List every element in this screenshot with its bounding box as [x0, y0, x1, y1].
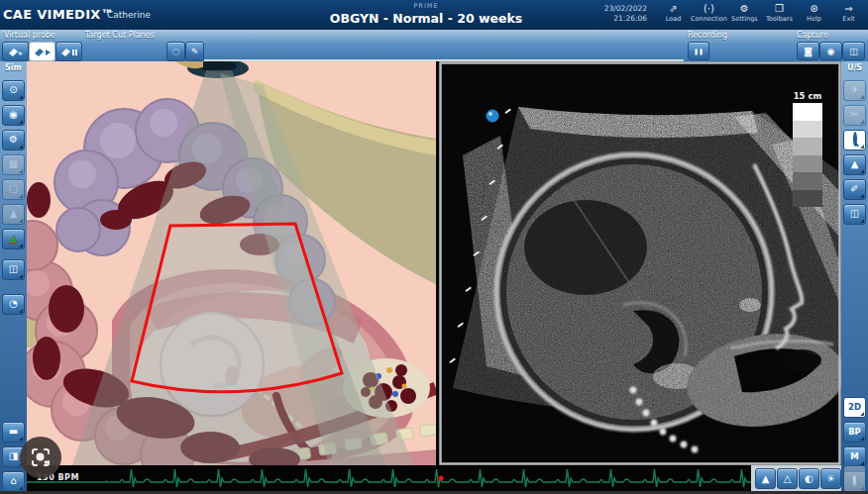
- camera-lens-icon: [29, 445, 53, 469]
- plane-icon: ✈: [850, 84, 858, 95]
- gray-step: [793, 103, 822, 121]
- globe-gear-icon: ⚙: [9, 134, 18, 145]
- gray-step: [793, 172, 822, 190]
- message-button[interactable]: ▬: [2, 422, 25, 443]
- speech-bubble-icon: ▬: [9, 426, 18, 437]
- home-button[interactable]: ⌂: [2, 471, 25, 492]
- probe-pause-icon: [60, 47, 78, 57]
- orientation-button[interactable]: ⚙: [2, 130, 25, 150]
- contrast-button[interactable]: ◐: [799, 468, 819, 489]
- probe-play-icon: [34, 47, 52, 57]
- sim-sidebar: Sim ⊙ ◉ ⚙ ▦ ▢ ▲ ▲ ◫ ◔ ▬ ◨ ⌂: [0, 61, 27, 494]
- snapshot-icon: ◫: [850, 208, 859, 219]
- contrast-icon: ◐: [805, 473, 814, 484]
- zoom-button[interactable]: [843, 130, 866, 150]
- connection-button[interactable]: (·) Connection: [691, 2, 727, 29]
- scan-plane-button[interactable]: ▲: [2, 229, 25, 249]
- gray-step: [793, 155, 822, 173]
- terrain-view-button[interactable]: ▲: [2, 204, 25, 225]
- depth-scale: 15 cm: [791, 91, 824, 207]
- magnifier-icon: [853, 132, 857, 147]
- ecg-waveform: [27, 465, 751, 491]
- camera-icon: ◙: [804, 47, 813, 56]
- viewport-icon: ◫: [9, 263, 18, 274]
- exit-icon: ⇒: [831, 2, 866, 15]
- us-sidebar: U/S ✈ ✂ ▲ ✐ ◫ 2D BP M ❚: [841, 61, 868, 494]
- edition-label: PRIME: [297, 2, 555, 10]
- tgc-button[interactable]: ❚: [843, 465, 866, 493]
- rotate-icon: ◔: [9, 298, 18, 309]
- depth-scale-label: 15 cm: [791, 91, 824, 101]
- probe-lock-button[interactable]: ⊙: [2, 80, 25, 101]
- measure-button[interactable]: ✐: [843, 179, 866, 200]
- gain-down-icon: △: [784, 473, 792, 484]
- probe-mode-a-button[interactable]: [2, 42, 29, 61]
- mode-bp-button[interactable]: BP: [843, 422, 866, 443]
- knife-icon: ✎: [191, 47, 199, 56]
- cut-tool-button[interactable]: ✂: [843, 105, 866, 126]
- user-name: Catherine: [107, 10, 151, 20]
- date-label: 23/02/2022: [580, 4, 647, 14]
- load-icon: ⇗: [656, 2, 691, 15]
- terrain-icon: ▲: [10, 208, 18, 219]
- gray-step: [793, 121, 822, 139]
- us-sidebar-header: U/S: [841, 61, 868, 76]
- knife-tool-button[interactable]: ✎: [185, 42, 204, 61]
- gain-down-button[interactable]: △: [777, 468, 798, 489]
- anatomy-3d-render: [27, 61, 436, 465]
- capture-label: Capture: [797, 31, 828, 40]
- home-icon: ⌂: [10, 475, 16, 486]
- pause-icon: ❚❚: [694, 48, 704, 54]
- lasso-tool-button[interactable]: ◌: [166, 42, 185, 61]
- scissors-icon: ✂: [850, 109, 858, 120]
- export-image-icon: ◫: [849, 47, 858, 56]
- sweep-marker: [438, 475, 443, 480]
- sim-sidebar-header: Sim: [0, 61, 27, 76]
- view-3d-button[interactable]: ▲: [843, 154, 866, 175]
- probe-mode-c-button[interactable]: [55, 42, 82, 61]
- gain-up-icon: ▲: [762, 473, 770, 484]
- triangle-icon: ▲: [851, 158, 859, 169]
- export-image-button[interactable]: ◫: [842, 42, 865, 60]
- scan-plane-icon: ▲: [10, 233, 18, 244]
- video-capture-button[interactable]: ◉: [819, 42, 842, 60]
- recording-pause-button[interactable]: ❚❚: [688, 42, 709, 60]
- target-cut-planes-label: Target Cut Planes: [85, 31, 155, 40]
- probe-icon: [8, 47, 24, 57]
- title-bar: CAE VIMEDIX™ Catherine PRIME OBGYN - Nor…: [0, 0, 868, 30]
- image-search-overlay[interactable]: [20, 437, 61, 478]
- visibility-button[interactable]: ◉: [2, 105, 25, 126]
- load-button[interactable]: ⇗ Load: [656, 2, 691, 29]
- photo-capture-button[interactable]: ◙: [797, 42, 819, 60]
- eye-icon: ◉: [9, 109, 18, 120]
- lasso-icon: ◌: [172, 47, 180, 56]
- layers-button[interactable]: ▢: [2, 179, 25, 200]
- mode-m-button[interactable]: M: [843, 446, 866, 467]
- help-icon: ⊛: [797, 2, 831, 15]
- ultrasound-render: [439, 61, 841, 465]
- vimedix-app: CAE VIMEDIX™ Catherine PRIME OBGYN - Nor…: [0, 0, 868, 494]
- gain-up-button[interactable]: ▲: [755, 468, 776, 489]
- tgc-icon: ❚: [851, 474, 859, 484]
- exit-button[interactable]: ⇒ Exit: [831, 2, 866, 29]
- toolbars-icon: ❐: [762, 2, 797, 15]
- main-menu: ⇗ Load (·) Connection ⚙ Settings ❐ Toolb…: [656, 2, 866, 29]
- anatomy-3d-view[interactable]: [27, 61, 436, 465]
- ultrasound-view[interactable]: 15 cm: [439, 61, 841, 465]
- help-button[interactable]: ⊛ Help: [797, 2, 831, 29]
- mode-2d-button[interactable]: 2D: [843, 397, 866, 418]
- rotate-view-button[interactable]: ◔: [2, 294, 25, 315]
- ecg-controls: ▲ △ ◐ ☀: [751, 465, 841, 491]
- toolbars-button[interactable]: ❐ Toolbars: [762, 2, 797, 29]
- settings-button[interactable]: ⚙ Settings: [727, 2, 762, 29]
- snapshot-button[interactable]: ◫: [843, 204, 866, 225]
- cut-planes-icon: ▦: [9, 158, 18, 169]
- probe-reset-button[interactable]: ✈: [843, 80, 866, 101]
- probe-mode-b-button[interactable]: [29, 42, 55, 61]
- brightness-button[interactable]: ☀: [820, 468, 841, 489]
- caliper-icon: ✐: [850, 183, 858, 194]
- viewport-button[interactable]: ◫: [2, 259, 25, 280]
- cut-planes-button[interactable]: ▦: [2, 154, 25, 175]
- toolbar: Virtual probe Target Cut Planes ▪ + ◌ ✎ …: [0, 30, 868, 61]
- time-label: 21:26:06: [580, 14, 647, 24]
